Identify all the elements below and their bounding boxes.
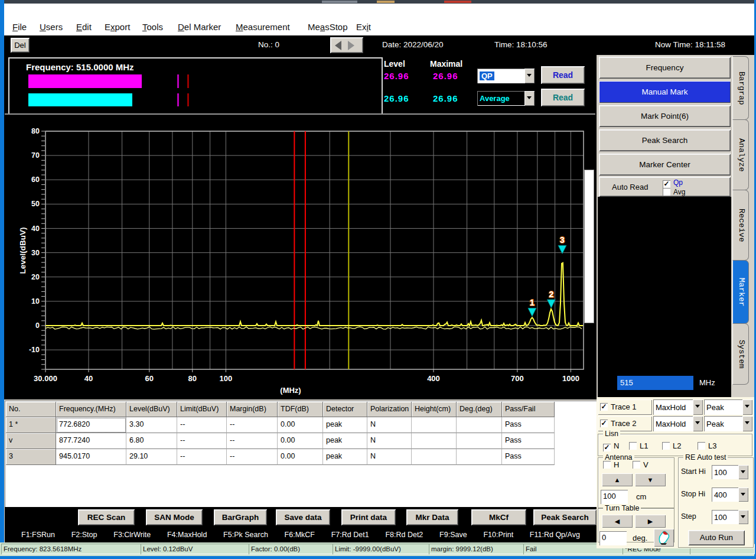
trace-2-detector-select[interactable]: Peak (704, 416, 752, 431)
fkey-f5[interactable]: F5:Pk Search (223, 528, 268, 542)
lisn-l2-checkbox[interactable] (662, 442, 670, 450)
dropdown-icon[interactable] (693, 416, 703, 431)
trace-1-detector-select[interactable]: Peak (704, 399, 752, 415)
table-cell[interactable] (412, 417, 457, 433)
lisn-l1-checkbox[interactable] (629, 442, 637, 450)
trace-toggle-1[interactable]: ✓Trace 1 (598, 399, 652, 415)
fkey-f7[interactable]: F7:Rd Det1 (331, 528, 369, 542)
tab-analyze[interactable]: Analyze (732, 119, 749, 190)
menu-item-exit[interactable]: Exit (356, 22, 371, 32)
menu-item-measurement[interactable]: Measurement (236, 22, 290, 32)
detector1-select[interactable]: QP (477, 69, 535, 83)
table-cell[interactable]: v (6, 433, 56, 449)
table-cell[interactable]: N (367, 449, 412, 465)
trace-1-checkbox[interactable]: ✓ (600, 403, 608, 411)
turntable-rotate-button[interactable] (654, 529, 674, 547)
antenna-h-checkbox[interactable] (603, 461, 611, 469)
table-cell[interactable]: 0.00 (278, 417, 323, 433)
antenna-up-button[interactable]: ▲ (602, 473, 633, 486)
table-cell[interactable] (412, 433, 457, 449)
turntable-angle-input[interactable]: 0 (599, 531, 627, 545)
table-cell[interactable]: 945.0170 (56, 449, 126, 465)
menu-item-export[interactable]: Export (105, 22, 130, 32)
antenna-down-button[interactable]: ▼ (635, 473, 666, 486)
checkbox-avg[interactable] (663, 188, 670, 196)
button-mkcf[interactable]: MkCf (471, 509, 526, 525)
menu-item-users[interactable]: Users (40, 22, 63, 32)
fkey-f3[interactable]: F3:ClrWrite (113, 528, 151, 542)
next-record-icon[interactable] (348, 41, 354, 50)
table-cell[interactable]: 3 (6, 449, 56, 465)
table-cell[interactable]: 29.10 (126, 449, 177, 465)
table-cell[interactable]: 3.30 (126, 417, 177, 433)
antenna-height-input[interactable]: 100 (601, 490, 628, 504)
fkey-f2[interactable]: F2:Stop (71, 528, 97, 542)
table-cell[interactable]: N (367, 433, 412, 449)
table-cell[interactable]: Pass (502, 433, 555, 449)
table-cell[interactable]: N (367, 417, 412, 433)
button-save-data[interactable]: Save data (276, 509, 330, 525)
menu-item-measstop[interactable]: MeasStop (308, 22, 348, 32)
table-cell[interactable]: 0.00 (278, 449, 323, 465)
sidebar-button-mark-point-6-[interactable]: Mark Point(6) (599, 105, 731, 127)
trace-2-checkbox[interactable]: ✓ (600, 420, 608, 427)
table-cell[interactable]: Pass (502, 417, 555, 433)
read-avg-button[interactable]: Read (541, 89, 585, 106)
button-print-data[interactable]: Print data (341, 509, 396, 525)
table-cell[interactable]: 0.00 (278, 433, 323, 449)
table-cell[interactable]: Pass (502, 449, 555, 465)
chart-scrollbar[interactable] (584, 170, 594, 323)
dropdown-icon[interactable] (742, 399, 752, 415)
turntable-right-button[interactable]: ▶ (635, 515, 666, 528)
table-cell[interactable]: -- (227, 417, 278, 433)
dropdown-icon[interactable] (738, 488, 748, 502)
lisn-l3-checkbox[interactable] (698, 442, 705, 450)
tab-marker[interactable]: Marker (732, 260, 749, 324)
antenna-v-checkbox[interactable] (633, 461, 640, 469)
table-cell[interactable]: peak (323, 449, 367, 465)
table-cell[interactable]: -- (177, 449, 227, 465)
re-start-hi-select[interactable]: 100 (712, 465, 748, 479)
table-cell[interactable]: -- (177, 417, 227, 433)
button-bargraph[interactable]: BarGraph (214, 509, 267, 525)
table-cell[interactable]: -- (227, 433, 278, 449)
fkey-f11[interactable]: F11:Rd Qp/Avg (530, 528, 580, 542)
dropdown-icon[interactable] (742, 416, 752, 431)
checkbox-qp[interactable]: ✓ (663, 180, 670, 188)
lisn-n-checkbox[interactable]: ✓ (603, 444, 611, 451)
trace-1-mode-select[interactable]: MaxHold (653, 399, 703, 415)
table-cell[interactable] (457, 417, 502, 433)
sidebar-button-manual-mark[interactable]: Manual Mark (599, 81, 731, 103)
fkey-f9[interactable]: F9:Save (439, 528, 467, 542)
tab-receive[interactable]: Receive (732, 190, 749, 261)
sidebar-button-peak-search[interactable]: Peak Search (599, 129, 731, 151)
dropdown-icon[interactable] (693, 399, 703, 415)
sidebar-button-marker-center[interactable]: Marker Center (599, 154, 731, 176)
table-cell[interactable]: -- (227, 449, 278, 465)
detector2-dropdown-icon[interactable] (524, 91, 535, 106)
del-button[interactable]: Del (11, 38, 30, 53)
turntable-left-button[interactable]: ◀ (602, 515, 633, 528)
button-mkr-data[interactable]: Mkr Data (406, 509, 458, 525)
fkey-f10[interactable]: F10:Print (483, 528, 513, 542)
detector1-dropdown-icon[interactable] (524, 69, 535, 83)
dropdown-icon[interactable] (738, 510, 748, 524)
dropdown-icon[interactable] (738, 465, 748, 479)
read-qp-button[interactable]: Read (541, 66, 585, 84)
menu-item-edit[interactable]: Edit (76, 22, 92, 32)
table-cell[interactable]: 877.7240 (56, 433, 126, 449)
table-cell[interactable]: 6.80 (126, 433, 177, 449)
button-san-mode[interactable]: SAN Mode (146, 509, 203, 525)
fkey-f8[interactable]: F8:Rd Det2 (385, 528, 423, 542)
detector2-select[interactable]: Average (477, 91, 535, 106)
re-stop-hi-select[interactable]: 400 (712, 488, 748, 502)
auto-run-button[interactable]: Auto Run (688, 530, 745, 545)
button-peak-search[interactable]: Peak Search (533, 509, 597, 525)
button-rec-scan[interactable]: REC Scan (78, 509, 135, 525)
menu-item-file[interactable]: File (12, 22, 27, 32)
fkey-f4[interactable]: F4:MaxHold (167, 528, 207, 542)
fkey-f1[interactable]: F1:FSRun (21, 528, 55, 542)
menu-item-del-marker[interactable]: Del Marker (178, 22, 221, 32)
tab-system[interactable]: System (732, 323, 749, 385)
table-cell[interactable]: -- (177, 433, 227, 449)
